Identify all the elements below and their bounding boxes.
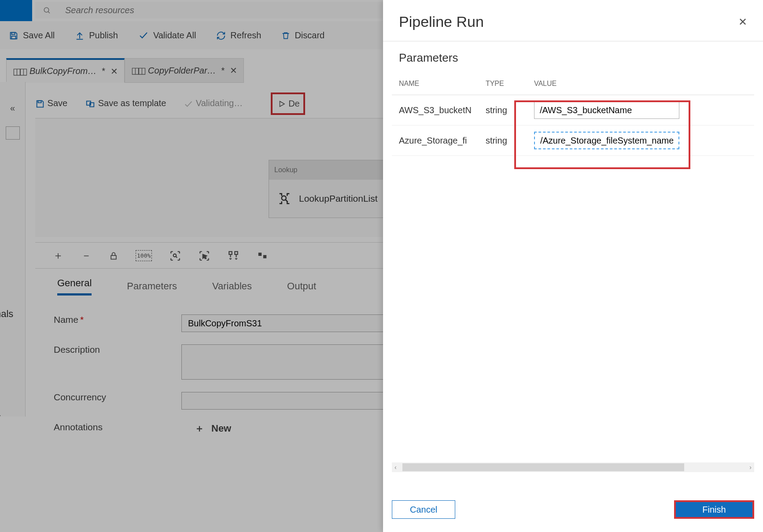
svg-rect-14	[258, 253, 262, 256]
lookup-icon	[278, 192, 291, 206]
finish-button[interactable]: Finish	[674, 500, 754, 519]
tab-parameters[interactable]: Parameters	[127, 281, 177, 292]
autolayout-icon[interactable]	[228, 249, 239, 262]
pipeline-icon: ◫◫	[13, 66, 26, 77]
pipeline-run-panel: Pipeline Run ✕ Parameters NAME TYPE VALU…	[383, 0, 763, 532]
tab-variables[interactable]: Variables	[212, 281, 252, 292]
svg-rect-12	[229, 251, 232, 255]
save-template-button[interactable]: Save as template	[85, 98, 166, 109]
validate-all-button[interactable]: Validate All	[138, 30, 196, 41]
tab-bulkcopy[interactable]: ◫◫ BulkCopyFrom… * ✕	[6, 58, 125, 83]
refresh-button[interactable]: Refresh	[216, 30, 261, 41]
zoom-fit-icon[interactable]	[170, 249, 181, 262]
tab-copyfolder[interactable]: ◫◫ CopyFolderPar… * ✕	[125, 58, 244, 83]
scrollbar-thumb[interactable]	[402, 463, 684, 471]
name-label: Name*	[54, 314, 181, 325]
parameters-heading: Parameters	[383, 41, 763, 69]
parameters-table: NAME TYPE VALUE AWS_S3_bucketN string Az…	[392, 73, 754, 156]
play-icon	[278, 99, 286, 109]
remove-icon[interactable]: －	[81, 248, 92, 262]
close-icon[interactable]: ✕	[230, 65, 237, 76]
svg-line-8	[286, 200, 288, 202]
save-all-button[interactable]: Save All	[9, 30, 55, 41]
zoom-100-icon[interactable]: 100%	[136, 250, 152, 261]
refresh-icon	[216, 30, 226, 41]
add-icon[interactable]: ＋	[53, 248, 63, 262]
select-icon[interactable]	[199, 249, 210, 262]
sidebar-slot	[6, 126, 20, 140]
discard-button[interactable]: Discard	[281, 30, 324, 41]
svg-rect-13	[235, 251, 238, 255]
tab-output[interactable]: Output	[287, 281, 316, 292]
col-value: VALUE	[527, 73, 754, 95]
param-value-input[interactable]	[534, 132, 679, 149]
svg-rect-4	[38, 101, 41, 103]
param-value-input[interactable]	[534, 101, 679, 119]
cropped-text: r	[0, 412, 0, 423]
validating-status: Validating…	[184, 98, 243, 109]
lock-icon[interactable]	[109, 249, 118, 262]
check-icon	[184, 98, 196, 108]
name-input[interactable]	[181, 314, 410, 332]
close-icon[interactable]: ✕	[111, 66, 118, 77]
activity-type: Lookup	[274, 166, 298, 174]
description-input[interactable]	[181, 344, 410, 380]
param-type: string	[479, 95, 527, 126]
concurrency-label: Concurrency	[54, 392, 181, 403]
activity-name: LookupPartitionList	[299, 193, 378, 204]
annotations-label: Annotations	[54, 422, 181, 432]
table-row: AWS_S3_bucketN string	[392, 95, 754, 126]
debug-button[interactable]: De	[271, 92, 305, 115]
scroll-left-icon[interactable]: ‹	[394, 464, 397, 471]
table-row: Azure_Storage_fi string	[392, 126, 754, 156]
close-icon[interactable]: ✕	[738, 16, 747, 28]
collapse-icon[interactable]: «	[10, 103, 15, 113]
description-label: Description	[54, 344, 181, 355]
col-name: NAME	[392, 73, 479, 95]
panel-title: Pipeline Run	[399, 13, 484, 30]
svg-point-0	[44, 7, 49, 12]
param-name: AWS_S3_bucketN	[392, 95, 479, 126]
template-icon	[85, 98, 98, 108]
trash-icon	[281, 30, 290, 41]
param-type: string	[479, 126, 527, 156]
publish-button[interactable]: Publish	[75, 30, 118, 41]
search-placeholder: Search resources	[65, 5, 134, 15]
cropped-text: nals	[0, 308, 13, 320]
scroll-right-icon[interactable]: ›	[749, 464, 752, 471]
save-all-icon	[9, 30, 18, 41]
svg-line-1	[48, 11, 50, 13]
plus-icon: ＋	[195, 422, 204, 435]
save-button[interactable]: Save	[35, 98, 67, 109]
tab-general[interactable]: General	[57, 277, 92, 296]
pipeline-icon: ◫◫	[131, 65, 144, 76]
search-icon	[43, 5, 51, 15]
new-annotation-button[interactable]: ＋ New	[195, 422, 231, 435]
svg-rect-15	[263, 255, 266, 258]
align-icon[interactable]	[257, 249, 268, 262]
svg-rect-3	[11, 36, 15, 39]
svg-rect-2	[11, 33, 15, 35]
svg-point-7	[282, 196, 286, 200]
col-type: TYPE	[479, 73, 527, 95]
horizontal-scrollbar[interactable]: ‹ ›	[392, 462, 754, 472]
save-icon	[35, 98, 48, 108]
svg-line-11	[176, 256, 177, 258]
cancel-button[interactable]: Cancel	[392, 500, 455, 519]
check-icon	[138, 30, 149, 41]
svg-rect-9	[111, 255, 116, 259]
publish-icon	[75, 30, 85, 41]
concurrency-input[interactable]	[181, 392, 410, 410]
param-name: Azure_Storage_fi	[392, 126, 479, 156]
